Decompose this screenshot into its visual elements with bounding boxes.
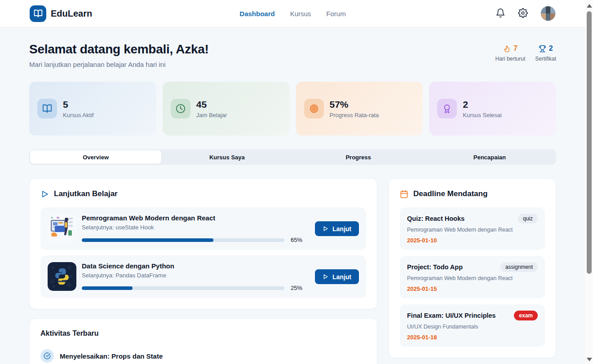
nav-forum[interactable]: Forum <box>326 10 345 18</box>
course-row-python: Data Science dengan Python Selanjutnya: … <box>40 255 366 298</box>
stat-card-completed-courses: 2 Kursus Selesai <box>429 82 556 136</box>
book-logo-icon <box>30 5 46 22</box>
deadline-course: Pemrograman Web Modern dengan React <box>407 275 538 281</box>
recent-activity-card: Aktivitas Terbaru Menyelesaikan: Props d… <box>29 318 377 364</box>
tab-kursus-saya[interactable]: Kursus Saya <box>161 150 292 164</box>
header-actions <box>496 6 556 21</box>
deadline-item-exam[interactable]: Final Exam: UI/UX Principles exam UI/UX … <box>400 304 545 347</box>
trophy-icon <box>539 45 546 53</box>
deadline-title: Quiz: React Hooks <box>407 215 465 222</box>
play-icon <box>323 274 328 280</box>
certificates-value: 2 <box>549 44 553 53</box>
continue-button[interactable]: Lanjut <box>315 269 359 284</box>
welcome-section: Selamat datang kembali, Azka! Mari lanju… <box>29 42 556 68</box>
stat-card-study-hours: 45 Jam Belajar <box>163 82 290 136</box>
deadline-title: Project: Todo App <box>407 263 463 271</box>
stat-value: 57% <box>330 99 379 110</box>
deadline-item-quiz[interactable]: Quiz: React Hooks quiz Pemrograman Web M… <box>400 207 545 250</box>
progress-bar <box>82 286 284 290</box>
flame-icon <box>503 45 511 53</box>
scroll-down-arrow[interactable] <box>587 358 592 361</box>
bell-icon[interactable] <box>496 8 506 19</box>
tab-progress[interactable]: Progress <box>293 150 424 164</box>
page-subtitle: Mari lanjutkan perjalanan belajar Anda h… <box>29 61 209 68</box>
clock-icon <box>171 99 190 118</box>
calendar-icon <box>400 190 408 198</box>
progress-bar <box>82 238 284 242</box>
certificates-stat: 2 Sertifikat <box>535 44 556 62</box>
scrollbar-thumb[interactable] <box>587 11 592 274</box>
tab-pencapaian[interactable]: Pencapaian <box>424 150 555 164</box>
deadline-title: Final Exam: UI/UX Principles <box>407 312 496 319</box>
deadline-badge: assignment <box>500 262 538 272</box>
course-thumbnail-react <box>48 214 76 243</box>
award-icon <box>437 99 457 118</box>
deadlines-card: Deadline Mendatang Quiz: React Hooks qui… <box>389 178 556 358</box>
section-title: Aktivitas Terbaru <box>40 329 366 338</box>
avatar[interactable] <box>540 6 556 21</box>
course-row-react: Pemrograman Web Modern dengan React Sela… <box>40 207 366 250</box>
deadline-date: 2025-01-15 <box>407 285 538 292</box>
vertical-scrollbar[interactable] <box>585 0 593 364</box>
book-icon <box>37 99 57 118</box>
nav-dashboard[interactable]: Dashboard <box>239 10 274 18</box>
course-thumbnail-python <box>48 262 76 291</box>
deadline-course: UI/UX Design Fundamentals <box>407 324 538 330</box>
deadline-course: Pemrograman Web Modern dengan React <box>407 227 538 233</box>
stats-row: 5 Kursus Aktif 45 Jam Belajar <box>29 82 556 136</box>
continue-button[interactable]: Lanjut <box>315 221 359 236</box>
page-title: Selamat datang kembali, Azka! <box>29 42 209 57</box>
streak-label: Hari berturut <box>496 56 526 62</box>
mini-stats: 7 Hari berturut <box>496 42 556 62</box>
stat-card-active-courses: 5 Kursus Aktif <box>29 82 156 136</box>
brand[interactable]: EduLearn <box>30 5 92 22</box>
section-title: Lanjutkan Belajar <box>54 189 118 198</box>
stat-label: Kursus Aktif <box>63 112 94 118</box>
course-next-lesson: Selanjutnya: useState Hook <box>82 224 302 231</box>
certificates-label: Sertifikat <box>535 56 556 62</box>
section-title: Deadline Mendatang <box>413 189 487 198</box>
progress-percent: 65% <box>288 237 302 243</box>
deadline-badge: exam <box>514 311 538 320</box>
course-title: Data Science dengan Python <box>82 262 302 270</box>
deadline-date: 2025-01-10 <box>407 237 538 244</box>
activity-text: Menyelesaikan: Props dan State <box>60 352 163 360</box>
stat-card-avg-progress: 57% Progress Rata-rata <box>296 82 423 136</box>
main-nav: Dashboard Kursus Forum <box>239 10 345 18</box>
deadline-date: 2025-01-18 <box>407 334 538 341</box>
stat-value: 45 <box>196 99 227 110</box>
course-next-lesson: Selanjutnya: Pandas DataFrame <box>82 272 302 279</box>
progress-fill <box>82 238 213 242</box>
play-icon <box>40 190 49 198</box>
deadline-item-assignment[interactable]: Project: Todo App assignment Pemrograman… <box>400 256 545 298</box>
nav-kursus[interactable]: Kursus <box>290 10 311 18</box>
progress-percent: 25% <box>288 285 302 291</box>
edulearn-dashboard-page: EduLearn Dashboard Kursus Forum <box>0 0 585 364</box>
deadline-badge: quiz <box>518 214 538 224</box>
target-icon <box>304 99 324 118</box>
play-icon <box>323 226 328 232</box>
stat-value: 2 <box>463 99 502 110</box>
streak-stat: 7 Hari berturut <box>496 44 526 62</box>
stat-label: Kursus Selesai <box>463 112 502 118</box>
continue-learning-card: Lanjutkan Belajar <box>29 178 377 309</box>
stat-label: Progress Rata-rata <box>330 112 379 118</box>
top-navbar: EduLearn Dashboard Kursus Forum <box>0 0 585 27</box>
stat-value: 5 <box>63 99 94 110</box>
activity-item: Menyelesaikan: Props dan State <box>40 349 366 363</box>
progress-fill <box>82 286 133 290</box>
gear-icon[interactable] <box>518 8 529 19</box>
streak-value: 7 <box>513 44 518 53</box>
stat-label: Jam Belajar <box>196 112 227 118</box>
scroll-up-arrow[interactable] <box>587 4 592 8</box>
dashboard-tabs: Overview Kursus Saya Progress Pencapaian <box>29 149 556 165</box>
brand-name: EduLearn <box>51 9 92 19</box>
check-circle-icon <box>40 349 54 363</box>
course-title: Pemrograman Web Modern dengan React <box>82 214 302 222</box>
tab-overview[interactable]: Overview <box>30 150 161 164</box>
